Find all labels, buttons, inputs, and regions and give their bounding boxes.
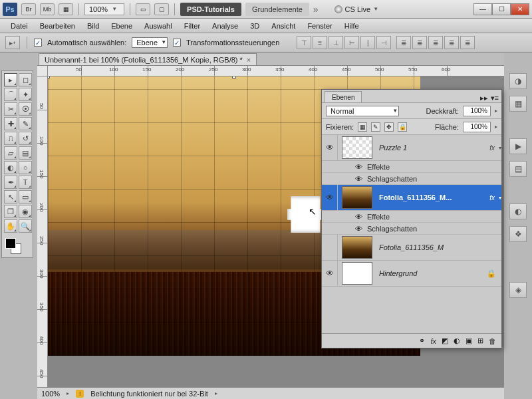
hand-tool[interactable]: ✋: [4, 219, 17, 233]
brush-tool[interactable]: ✎: [19, 117, 32, 130]
lock-transparent-button[interactable]: ▦: [358, 122, 367, 132]
menu-window[interactable]: Fenster: [302, 21, 337, 31]
delete-layer-button[interactable]: 🗑: [489, 337, 496, 345]
magic-wand-tool[interactable]: ✦: [19, 88, 32, 101]
align-bottom-button[interactable]: ⊥: [329, 36, 343, 49]
align-right-button[interactable]: ⊣: [376, 36, 391, 49]
visibility-toggle[interactable]: 👁: [322, 185, 338, 210]
gradient-tool[interactable]: ▤: [19, 146, 32, 160]
zoom-tool[interactable]: 🔍: [19, 219, 32, 233]
opacity-input[interactable]: 100%: [463, 106, 491, 116]
fx-badge[interactable]: fx: [489, 144, 495, 152]
adjustment-layer-button[interactable]: ◐: [454, 336, 460, 345]
link-layers-button[interactable]: ⚭: [419, 336, 425, 345]
fx-expand-icon[interactable]: ▾: [499, 145, 501, 151]
healing-tool[interactable]: ✚: [4, 117, 17, 130]
transform-controls-checkbox[interactable]: ✓: [173, 39, 181, 47]
brushes-panel-icon[interactable]: ▤: [509, 161, 527, 177]
color-swatches[interactable]: [4, 237, 32, 255]
workspace-tab-secondary[interactable]: Grundelemente: [245, 3, 309, 16]
blur-tool[interactable]: ◐: [4, 161, 17, 174]
layer-thumbnail[interactable]: [342, 262, 372, 285]
distribute-3-button[interactable]: ≣: [428, 36, 443, 49]
layer-row[interactable]: 👁 Hintergrund 🔒: [322, 261, 501, 287]
shape-tool[interactable]: ▭: [19, 190, 32, 203]
move-tool[interactable]: ▸: [4, 73, 17, 86]
layer-fx-button[interactable]: fx: [430, 337, 436, 345]
status-zoom[interactable]: 100%: [41, 390, 60, 398]
lock-pixels-button[interactable]: ✎: [371, 122, 380, 132]
eyedropper-tool[interactable]: ⦿: [19, 102, 32, 116]
marquee-tool[interactable]: ◻: [19, 73, 32, 86]
lock-position-button[interactable]: ✥: [384, 122, 394, 132]
panel-menu-icon[interactable]: ▾≡: [491, 94, 499, 102]
path-select-tool[interactable]: ↖: [4, 190, 17, 203]
layer-row[interactable]: 👁 Puzzle 1 fx ▾: [322, 135, 501, 161]
layer-name[interactable]: Puzzle 1: [376, 144, 489, 152]
menu-select[interactable]: Auswahl: [139, 21, 178, 31]
menu-view[interactable]: Ansicht: [266, 21, 301, 31]
arrange-button[interactable]: ▭: [136, 3, 150, 15]
bridge-button[interactable]: Br: [21, 3, 36, 15]
foreground-color-swatch[interactable]: [5, 238, 16, 249]
layer-thumbnail[interactable]: [342, 186, 372, 209]
layer-name[interactable]: Fotolia_6111356_M: [376, 243, 501, 251]
align-vcenter-button[interactable]: ≡: [313, 36, 327, 49]
distribute-1-button[interactable]: ≣: [396, 36, 411, 49]
pen-tool[interactable]: ✒: [4, 176, 17, 189]
fill-flyout-icon[interactable]: ▸: [495, 124, 497, 130]
layer-row[interactable]: Fotolia_6111356_M: [322, 235, 501, 261]
layers-dock-icon[interactable]: ◈: [509, 282, 527, 298]
menu-analysis[interactable]: Analyse: [207, 21, 243, 31]
menu-image[interactable]: Bild: [82, 21, 104, 31]
zoom-display[interactable]: 100%▼: [84, 3, 124, 15]
transform-handle[interactable]: [48, 76, 50, 78]
transform-handle[interactable]: [232, 76, 236, 78]
layers-panel-tab[interactable]: Ebenen: [325, 91, 362, 102]
menu-help[interactable]: Hilfe: [339, 21, 364, 31]
menu-layer[interactable]: Ebene: [106, 21, 138, 31]
layer-group-button[interactable]: ▣: [466, 336, 472, 345]
menu-edit[interactable]: Bearbeiten: [35, 21, 80, 31]
visibility-toggle[interactable]: 👁: [322, 261, 338, 286]
document-tab-close-icon[interactable]: ×: [247, 56, 251, 64]
new-layer-button[interactable]: ⊞: [477, 336, 483, 345]
fill-input[interactable]: 100%: [463, 122, 491, 132]
visibility-toggle[interactable]: 👁: [322, 135, 338, 160]
3d-camera-tool[interactable]: ◉: [19, 205, 32, 218]
active-tool-icon[interactable]: ▸+: [5, 36, 20, 49]
menu-3d[interactable]: 3D: [245, 21, 265, 31]
distribute-4-button[interactable]: ≣: [444, 36, 459, 49]
eraser-tool[interactable]: ▱: [4, 146, 17, 160]
3d-tool[interactable]: ❒: [4, 205, 17, 218]
effect-visibility-toggle[interactable]: 👁: [354, 225, 363, 233]
align-hcenter-button[interactable]: |: [360, 36, 375, 49]
actions-panel-icon[interactable]: ▶: [509, 138, 527, 154]
opacity-flyout-icon[interactable]: ▸: [495, 108, 497, 114]
layer-thumbnail[interactable]: [342, 236, 372, 259]
distribute-5-button[interactable]: ≣: [460, 36, 475, 49]
panel-collapse-icon[interactable]: ▸▸: [480, 94, 488, 102]
blend-mode-select[interactable]: Normal: [326, 106, 399, 116]
screenmode-button[interactable]: ▢: [154, 3, 169, 15]
fx-badge[interactable]: fx: [489, 194, 495, 201]
effect-visibility-toggle[interactable]: 👁: [354, 163, 363, 171]
auto-select-dropdown[interactable]: Ebene: [132, 37, 168, 48]
minibridge-button[interactable]: Mb: [40, 3, 55, 15]
auto-select-checkbox[interactable]: ✓: [34, 39, 42, 47]
layer-name[interactable]: Fotolia_6111356_M...: [376, 194, 489, 201]
layer-name[interactable]: Hintergrund: [376, 269, 487, 277]
cslive-button[interactable]: CS Live▼: [334, 5, 378, 13]
align-top-button[interactable]: ⊤: [297, 36, 311, 49]
stamp-tool[interactable]: ⎍: [4, 132, 17, 145]
workspace-tab-primary[interactable]: PSD-Tutorials: [180, 3, 241, 16]
info-panel-icon[interactable]: ❖: [509, 226, 527, 242]
layer-row-selected[interactable]: 👁 Fotolia_6111356_M... fx ▾: [322, 185, 501, 211]
workspace-more-icon[interactable]: »: [313, 4, 319, 15]
swatches-panel-icon[interactable]: ▦: [509, 96, 527, 112]
history-brush-tool[interactable]: ↺: [19, 132, 32, 145]
adjustments-panel-icon[interactable]: ◐: [509, 203, 527, 219]
close-button[interactable]: ✕: [511, 3, 529, 15]
dodge-tool[interactable]: ○: [19, 161, 32, 174]
layer-mask-button[interactable]: ◩: [442, 336, 448, 345]
